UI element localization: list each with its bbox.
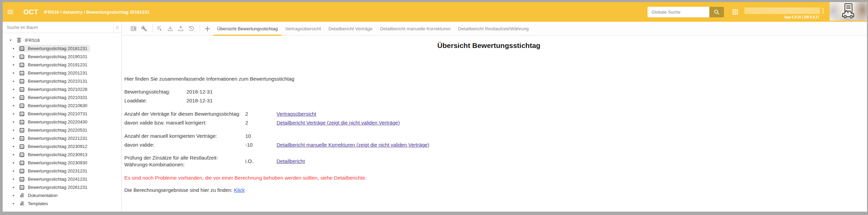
tab[interactable]: Detailbericht Restlaufzeit/Währung xyxy=(454,22,532,35)
expand-arrow-icon[interactable]: ▸ xyxy=(13,112,18,115)
tree-item-body[interactable]: Bewertungsstichtag 20231231 xyxy=(18,167,90,174)
tree-item-body[interactable]: Bewertungsstichtag 20210131 xyxy=(18,78,90,84)
tree-item-body[interactable]: Bewertungsstichtag 20210331 xyxy=(18,94,90,101)
info-row: davon valide bzw. manuell korrigiert: 2 … xyxy=(124,118,853,127)
tree-item[interactable]: ▸ Bewertungsstichtag 20230930 xyxy=(3,159,121,167)
tree-item-body[interactable]: Bewertungsstichtag 20241231 xyxy=(18,176,90,182)
tree-item[interactable]: ▸ Bewertungsstichtag 20221231 xyxy=(3,134,121,142)
expand-arrow-icon[interactable]: ▸ xyxy=(13,153,18,156)
detailbericht-korrekturen-link[interactable]: Detailbericht manuelle Korrekturen (zeig… xyxy=(277,140,853,149)
expand-arrow-icon[interactable]: ▸ xyxy=(13,63,18,66)
upload-button[interactable] xyxy=(177,26,184,32)
tree-item[interactable]: ▸ Bewertungsstichtag 20210630 xyxy=(3,101,121,110)
calendar-icon xyxy=(19,144,25,149)
tab[interactable]: Übersicht Bewertungsstichtag xyxy=(213,22,282,35)
tree-item[interactable]: ▸ Bewertungsstichtag 20220430 xyxy=(3,118,121,126)
tree-item-body[interactable]: Bewertungsstichtag 20191231 xyxy=(18,61,90,68)
sort-filter-button[interactable] xyxy=(156,26,163,32)
tree-item[interactable]: ▸ Bewertungsstichtag 20220531 xyxy=(3,126,121,134)
expand-arrow-icon[interactable]: ▸ xyxy=(13,55,18,58)
history-restore-button[interactable] xyxy=(188,26,194,32)
expand-arrow-icon[interactable]: ▸ xyxy=(13,161,18,164)
database-icon xyxy=(16,37,22,43)
tree-item[interactable]: ▸ Templates xyxy=(3,199,121,208)
expand-arrow-icon[interactable]: ▸ xyxy=(13,79,18,83)
tree-item-body[interactable]: Bewertungsstichtag 20201231 xyxy=(18,69,90,76)
tree-item-body[interactable]: Bewertungsstichtag 20220531 xyxy=(18,127,90,133)
tab[interactable]: Detailbericht manuelle Korrekturen xyxy=(376,22,454,35)
tree-search-input[interactable] xyxy=(3,22,113,33)
tree-item[interactable]: ▾ IFRS16 xyxy=(3,36,121,44)
tab[interactable]: Detailbericht Verträge xyxy=(325,22,376,35)
detailbericht-vertraege-link[interactable]: Detailbericht Verträge (zeigt die nicht … xyxy=(277,118,853,127)
vertragsuebersicht-link[interactable]: Vertragsübersicht xyxy=(277,110,853,118)
detailbericht-link[interactable]: Detailbericht xyxy=(277,157,853,166)
leasing-logo: $ xyxy=(830,2,867,21)
expand-arrow-icon[interactable]: ▸ xyxy=(13,96,18,99)
tree-item[interactable]: ▸ Bewertungsstichtag 20230912 xyxy=(3,142,121,150)
expand-arrow-icon[interactable]: ▸ xyxy=(13,87,18,91)
user-account-chip[interactable] xyxy=(744,7,820,14)
klick-link[interactable]: Klick xyxy=(234,187,245,193)
tree-item[interactable]: ▸ Bewertungsstichtag 20241231 xyxy=(3,175,121,183)
tree-item-body[interactable]: Bewertungsstichtag 20230930 xyxy=(18,159,90,166)
tree-item-body[interactable]: Bewertungsstichtag 20220430 xyxy=(18,118,90,125)
tree-item-body[interactable]: Templates xyxy=(18,200,51,207)
expand-arrow-icon[interactable]: ▸ xyxy=(13,104,18,107)
global-search-button[interactable] xyxy=(709,7,724,17)
detail-view-button[interactable] xyxy=(130,26,137,32)
settings-wrench-button[interactable] xyxy=(141,26,147,32)
expand-arrow-icon[interactable]: ▸ xyxy=(13,71,18,75)
download-button[interactable] xyxy=(167,26,173,32)
calendar-icon xyxy=(19,176,25,182)
kebab-menu-icon[interactable] xyxy=(822,8,823,13)
add-tab-button[interactable] xyxy=(204,26,211,32)
tree-item-body[interactable]: Bewertungsstichtag 20210731 xyxy=(18,110,90,117)
tree-item-body[interactable]: Dokumentation xyxy=(18,192,60,199)
expand-arrow-icon[interactable]: ▸ xyxy=(13,145,18,148)
hamburger-menu-icon[interactable] xyxy=(7,10,13,14)
tree-item[interactable]: ▸ Bewertungsstichtag 20210331 xyxy=(3,93,121,101)
expand-arrow-icon[interactable]: ▸ xyxy=(13,169,18,172)
tree-item-label: Bewertungsstichtag 20210228 xyxy=(28,87,87,92)
tree-item[interactable]: ▸ Bewertungsstichtag 20190101 xyxy=(3,52,121,61)
tree-item-body[interactable]: Bewertungsstichtag 20210228 xyxy=(18,86,90,93)
sort-arrow-icon xyxy=(157,26,163,32)
sidebar-resize-handle[interactable]: || xyxy=(114,25,121,29)
tree-item[interactable]: ▸ Bewertungsstichtag 20210228 xyxy=(3,85,121,93)
global-search-input[interactable] xyxy=(648,7,709,17)
tree-item-body[interactable]: Bewertungsstichtag 20261231 xyxy=(18,184,90,191)
expand-arrow-icon[interactable]: ▸ xyxy=(13,136,18,140)
expand-arrow-icon[interactable]: ▸ xyxy=(13,185,18,189)
tree-item[interactable]: ▸ Bewertungsstichtag 20201231 xyxy=(3,69,121,77)
tree-item[interactable]: ▸ Bewertungsstichtag 20191231 xyxy=(3,61,121,69)
tree-item-label: Bewertungsstichtag 20220531 xyxy=(28,128,87,133)
tree-item[interactable]: ▸ Bewertungsstichtag 20181231 xyxy=(3,44,121,52)
expand-arrow-icon[interactable]: ▸ xyxy=(13,177,18,181)
date-info-group: Bewertungsstichtag: 2018-12-31 Loaddate:… xyxy=(124,87,853,105)
expand-arrow-icon[interactable]: ▸ xyxy=(13,47,18,50)
tree-item-body[interactable]: Bewertungsstichtag 20230912 xyxy=(18,143,90,150)
expand-arrow-icon[interactable]: ▸ xyxy=(13,202,18,205)
tree-item-body[interactable]: Bewertungsstichtag 20190101 xyxy=(18,53,90,60)
tree-item-body[interactable]: IFRS16 xyxy=(15,37,42,44)
calendar-icon xyxy=(19,70,25,76)
tree-item[interactable]: ▸ Bewertungsstichtag 20210131 xyxy=(3,77,121,85)
tree-item[interactable]: ▸ Bewertungsstichtag 20231231 xyxy=(3,167,121,175)
tree-item[interactable]: ▸ Dokumentation xyxy=(3,191,121,199)
expand-arrow-icon[interactable]: ▾ xyxy=(10,38,15,42)
tree-item-label: Bewertungsstichtag 20230912 xyxy=(28,144,87,149)
tree-item[interactable]: ▸ Bewertungsstichtag 20261231 xyxy=(3,183,121,191)
tree-item-label: Bewertungsstichtag 20210331 xyxy=(28,95,87,100)
tree-item[interactable]: ▸ Bewertungsstichtag 20210731 xyxy=(3,110,121,118)
apps-grid-icon[interactable] xyxy=(732,9,738,15)
tab[interactable]: Vertragsübersicht xyxy=(282,22,325,35)
tree-item-body[interactable]: Bewertungsstichtag 20181231 xyxy=(18,45,90,52)
expand-arrow-icon[interactable]: ▸ xyxy=(13,194,18,197)
tree-item-body[interactable]: Bewertungsstichtag 20230913 xyxy=(18,151,90,158)
tree-item[interactable]: ▸ Bewertungsstichtag 20230913 xyxy=(3,150,121,159)
expand-arrow-icon[interactable]: ▸ xyxy=(13,128,18,132)
tree-item-body[interactable]: Bewertungsstichtag 20210630 xyxy=(18,102,90,109)
tree-item-body[interactable]: Bewertungsstichtag 20221231 xyxy=(18,135,90,142)
expand-arrow-icon[interactable]: ▸ xyxy=(13,120,18,123)
